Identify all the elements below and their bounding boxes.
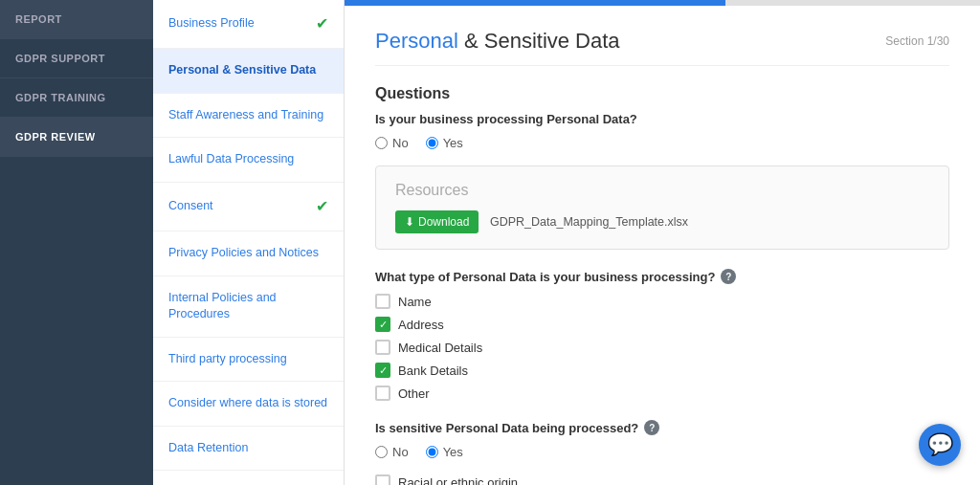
checkbox-bank-box: ✓ bbox=[375, 363, 390, 378]
help-icon[interactable]: ? bbox=[721, 269, 736, 284]
page-title: Personal & Sensitive Data bbox=[375, 29, 620, 54]
sidebar-item-label: Privacy Policies and Notices bbox=[168, 245, 319, 262]
question-3-section: Is sensitive Personal Data being process… bbox=[375, 420, 949, 485]
q1-no-option[interactable]: No bbox=[375, 136, 409, 150]
download-icon: ⬇ bbox=[405, 215, 414, 229]
sidebar-item-third-party[interactable]: Third party processing bbox=[153, 338, 344, 383]
download-button[interactable]: ⬇ Download bbox=[395, 210, 479, 233]
q3-no-option[interactable]: No bbox=[375, 445, 409, 459]
resources-title: Resources bbox=[395, 182, 929, 199]
checkbox-name[interactable]: Name bbox=[375, 294, 949, 309]
mid-sidebar: Business Profile ✔ Personal & Sensitive … bbox=[153, 0, 345, 485]
nav-report[interactable]: REPORT bbox=[0, 0, 153, 39]
checkbox-name-label: Name bbox=[398, 295, 432, 309]
checkbox-bank[interactable]: ✓ Bank Details bbox=[375, 363, 949, 378]
q1-yes-option[interactable]: Yes bbox=[426, 136, 463, 150]
sidebar-item-label: Business Profile bbox=[168, 15, 255, 33]
sidebar-item-label: Internal Policies and Procedures bbox=[168, 290, 328, 323]
file-name: GDPR_Data_Mapping_Template.xlsx bbox=[490, 215, 688, 229]
left-nav: REPORT GDPR SUPPORT GDPR TRAINING GDPR R… bbox=[0, 0, 153, 485]
nav-gdpr-training[interactable]: GDPR TRAINING bbox=[0, 78, 153, 118]
checkbox-other-label: Other bbox=[398, 386, 430, 401]
sidebar-item-consent[interactable]: Consent ✔ bbox=[153, 183, 344, 231]
question-3-radio-group: No Yes bbox=[375, 445, 949, 459]
sidebar-item-business-profile[interactable]: Business Profile ✔ bbox=[153, 0, 344, 49]
q3-yes-option[interactable]: Yes bbox=[426, 445, 463, 459]
chat-button[interactable]: 💬 bbox=[919, 424, 961, 466]
sidebar-item-label: Consider where data is stored bbox=[168, 395, 327, 412]
checkbox-racial[interactable]: Racial or ethnic origin bbox=[375, 474, 949, 485]
sidebar-item-label: Personal & Sensitive Data bbox=[168, 62, 316, 79]
checkbox-bank-label: Bank Details bbox=[398, 364, 468, 378]
sidebar-item-label: Third party processing bbox=[168, 351, 287, 368]
page-header: Personal & Sensitive Data Section 1/30 bbox=[375, 29, 949, 66]
q3-yes-label: Yes bbox=[443, 445, 463, 459]
page-title-highlight: Personal bbox=[375, 29, 458, 53]
sidebar-item-consider-data[interactable]: Consider where data is stored bbox=[153, 382, 344, 427]
checkbox-address[interactable]: ✓ Address bbox=[375, 317, 949, 332]
q1-yes-label: Yes bbox=[443, 136, 463, 150]
download-label: Download bbox=[418, 215, 469, 229]
sidebar-item-internal-policies[interactable]: Internal Policies and Procedures bbox=[153, 276, 344, 338]
q3-no-label: No bbox=[392, 445, 409, 459]
question-2-label: What type of Personal Data is your busin… bbox=[375, 269, 949, 284]
help-icon-2[interactable]: ? bbox=[644, 420, 659, 435]
sidebar-item-label: Data Retention bbox=[168, 440, 248, 457]
checkbox-list: Name ✓ Address Medical Details ✓ Bank De… bbox=[375, 294, 949, 401]
q3-no-radio[interactable] bbox=[375, 446, 388, 458]
sidebar-item-privacy-policies[interactable]: Privacy Policies and Notices bbox=[153, 231, 344, 276]
checkbox-other-box bbox=[375, 386, 390, 401]
check-icon: ✔ bbox=[316, 196, 328, 217]
sidebar-item-staff-awareness[interactable]: Staff Awareness and Training bbox=[153, 94, 344, 139]
checkbox-address-box: ✓ bbox=[375, 317, 390, 332]
sidebar-item-personal-sensitive[interactable]: Personal & Sensitive Data bbox=[153, 49, 344, 94]
checkbox-medical[interactable]: Medical Details bbox=[375, 340, 949, 355]
sidebar-item-label: Lawful Data Processing bbox=[168, 151, 294, 168]
nav-gdpr-review[interactable]: GDPR REVIEW bbox=[0, 118, 153, 157]
checkbox-racial-label: Racial or ethnic origin bbox=[398, 475, 518, 486]
q1-no-label: No bbox=[392, 136, 409, 150]
question-1-label: Is your business processing Personal Dat… bbox=[375, 112, 949, 126]
check-icon: ✔ bbox=[316, 13, 328, 34]
main-content: Personal & Sensitive Data Section 1/30 Q… bbox=[345, 0, 980, 485]
checkbox-name-box bbox=[375, 294, 390, 309]
checkbox-racial-box bbox=[375, 474, 390, 485]
q1-yes-radio[interactable] bbox=[426, 137, 438, 149]
checkbox-other[interactable]: Other bbox=[375, 386, 949, 401]
checkbox-medical-box bbox=[375, 340, 390, 355]
nav-gdpr-support[interactable]: GDPR SUPPORT bbox=[0, 39, 153, 78]
checkbox-address-label: Address bbox=[398, 318, 444, 332]
question-3-label: Is sensitive Personal Data being process… bbox=[375, 420, 949, 435]
sidebar-item-label: Staff Awareness and Training bbox=[168, 107, 323, 124]
q3-yes-radio[interactable] bbox=[426, 446, 438, 458]
sidebar-item-data-retention[interactable]: Data Retention bbox=[153, 427, 344, 472]
q1-no-radio[interactable] bbox=[375, 137, 388, 149]
page-title-rest: & Sensitive Data bbox=[458, 29, 620, 53]
question-1-radio-group: No Yes bbox=[375, 136, 949, 150]
chat-icon: 💬 bbox=[927, 432, 953, 457]
resources-box: Resources ⬇ Download GDPR_Data_Mapping_T… bbox=[375, 165, 949, 250]
checkbox-medical-label: Medical Details bbox=[398, 341, 482, 355]
sidebar-item-label: Consent bbox=[168, 198, 213, 215]
section-label: Section 1/30 bbox=[885, 34, 949, 48]
questions-heading: Questions bbox=[375, 85, 949, 102]
resources-download-row: ⬇ Download GDPR_Data_Mapping_Template.xl… bbox=[395, 210, 929, 233]
sidebar-item-lawful-data[interactable]: Lawful Data Processing bbox=[153, 138, 344, 183]
